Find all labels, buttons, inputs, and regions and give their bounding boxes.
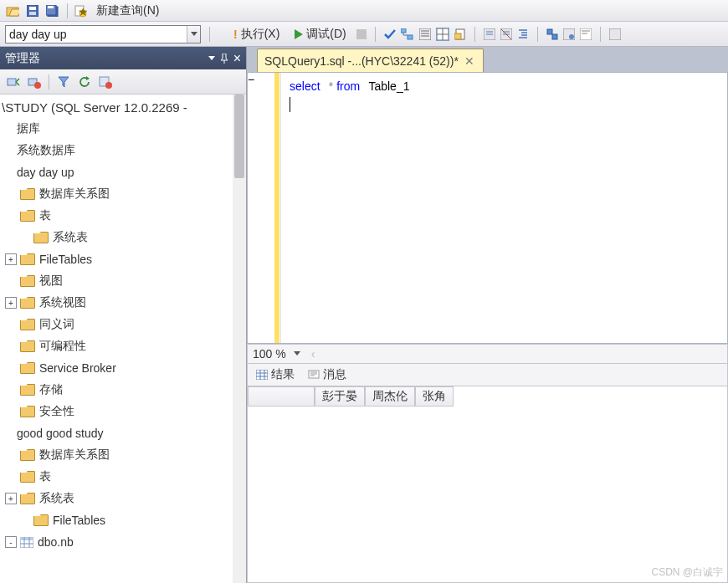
separator	[209, 27, 210, 42]
tree-item[interactable]: good good study	[0, 422, 246, 444]
tree-item[interactable]: FileTables	[0, 509, 246, 531]
expand-icon[interactable]: +	[5, 493, 17, 504]
expand-icon[interactable]: +	[5, 297, 17, 309]
stop-refresh-icon[interactable]	[95, 73, 115, 91]
execute-button[interactable]: ! 执行(X)	[228, 24, 285, 44]
tree-item[interactable]: 数据库关系图	[0, 444, 246, 466]
tree-item[interactable]: 数据库关系图	[0, 183, 246, 205]
save-all-icon[interactable]	[44, 3, 62, 19]
object-explorer: 管理器 × \STUDY (SQL Server 12.0.2269 - 据库系…	[0, 47, 247, 583]
uncomment-icon[interactable]	[500, 28, 512, 40]
intellisense-icon[interactable]	[546, 28, 558, 40]
new-query-icon[interactable]: ★	[71, 3, 90, 19]
tab-sqlquery1[interactable]: SQLQuery1.sql -...(HYC\32241 (52))* ✕	[257, 49, 484, 72]
tree-item-label: 系统视图	[39, 295, 86, 310]
folder-icon	[20, 493, 35, 504]
options-icon[interactable]	[563, 28, 575, 40]
connect-icon[interactable]	[3, 73, 23, 91]
tree-item-label: 系统表	[39, 491, 74, 506]
editor-pane: SQLQuery1.sql -...(HYC\32241 (52))* ✕ − …	[247, 47, 728, 583]
tree-item[interactable]: 表	[0, 205, 246, 227]
open-icon[interactable]	[3, 3, 22, 19]
svg-rect-32	[256, 370, 268, 380]
query-toolbar: day day up ! 执行(X) 调试(D)	[0, 22, 728, 47]
tree-item[interactable]: 据库	[0, 118, 246, 140]
indent-icon[interactable]	[517, 28, 529, 40]
tree-item[interactable]: +系统视图	[0, 292, 246, 314]
pin-icon[interactable]	[220, 54, 228, 64]
svg-rect-6	[48, 6, 54, 8]
code-editor[interactable]: − select * from Table_1	[247, 72, 728, 344]
scrollbar-thumb[interactable]	[234, 95, 244, 178]
tree-item[interactable]: 同义词	[0, 314, 246, 335]
main-toolbar: ★ 新建查询(N)	[0, 0, 728, 22]
close-icon[interactable]: ×	[233, 51, 241, 66]
svg-rect-11	[401, 28, 406, 33]
expand-icon[interactable]: +	[5, 253, 17, 265]
col-header-2[interactable]: 周杰伦	[365, 386, 415, 407]
tree-item[interactable]: 可编程性	[0, 335, 246, 357]
tree-scrollbar[interactable]	[233, 95, 246, 583]
folder-icon	[20, 340, 35, 352]
svg-point-22	[569, 34, 574, 39]
separator	[49, 74, 49, 89]
schema-icon[interactable]	[401, 28, 414, 40]
save-icon[interactable]	[23, 3, 42, 19]
col-header-3[interactable]: 张角	[415, 386, 454, 407]
chevron-down-icon[interactable]	[187, 26, 200, 43]
stop-icon[interactable]	[356, 29, 367, 39]
tree-item[interactable]: 视图	[0, 270, 246, 292]
zoom-value[interactable]: 100 %	[253, 347, 286, 361]
code-body[interactable]: select * from Table_1	[281, 73, 418, 343]
results-to-text-icon[interactable]	[419, 28, 431, 40]
nav-left-icon[interactable]: ‹	[311, 347, 315, 361]
tab-close-icon[interactable]: ✕	[464, 54, 476, 67]
separator	[375, 27, 376, 42]
tree-item[interactable]: -dbo.nb	[0, 531, 246, 553]
object-tree[interactable]: \STUDY (SQL Server 12.0.2269 - 据库系统数据库da…	[0, 95, 246, 583]
table-icon	[20, 537, 33, 548]
snippet-icon[interactable]	[580, 28, 592, 40]
zoom-dropdown-icon[interactable]	[291, 348, 303, 360]
comment-icon[interactable]	[484, 28, 495, 40]
object-explorer-title: 管理器 ×	[0, 47, 246, 69]
tree-item[interactable]: 系统表	[0, 227, 246, 248]
tree-root[interactable]: \STUDY (SQL Server 12.0.2269 -	[0, 96, 246, 118]
tree-item-label: FileTables	[53, 514, 105, 527]
dropdown-icon[interactable]	[208, 56, 215, 61]
results-to-grid-icon[interactable]	[436, 28, 449, 41]
expand-icon[interactable]: -	[5, 536, 17, 548]
debug-label: 调试(D)	[306, 27, 346, 42]
tree-item[interactable]: 存储	[0, 379, 246, 401]
tree-item[interactable]: day day up	[0, 161, 246, 183]
fold-icon[interactable]: −	[248, 73, 254, 86]
col-header-1[interactable]: 彭于晏	[315, 386, 365, 407]
tab-results[interactable]: 结果	[251, 366, 300, 384]
new-query-button[interactable]: 新建查询(N)	[91, 1, 164, 21]
op-star: *	[329, 79, 336, 93]
database-combo[interactable]: day day up	[5, 25, 201, 43]
tree-item[interactable]: 系统数据库	[0, 140, 246, 161]
help-icon[interactable]	[609, 28, 621, 40]
tree-item-label: Service Broker	[39, 361, 116, 375]
tree-item[interactable]: Service Broker	[0, 357, 246, 379]
refresh-icon[interactable]	[74, 73, 95, 91]
separator	[537, 27, 538, 42]
gutter: −	[248, 73, 281, 343]
disconnect-icon[interactable]	[24, 73, 44, 91]
filter-icon[interactable]	[54, 73, 74, 91]
tree-item[interactable]: +系统表	[0, 488, 246, 509]
check-icon[interactable]	[384, 29, 396, 39]
grid-icon	[256, 370, 268, 380]
text-caret	[290, 97, 290, 112]
tree-root-label: \STUDY (SQL Server 12.0.2269 -	[2, 100, 187, 115]
results-grid[interactable]: 彭于晏 周杰伦 张角	[247, 386, 728, 583]
tree-item[interactable]: 表	[0, 466, 246, 488]
tree-item[interactable]: +FileTables	[0, 248, 246, 270]
results-to-file-icon[interactable]	[454, 28, 466, 40]
debug-button[interactable]: 调试(D)	[290, 24, 351, 44]
tree-item-label: 表	[39, 208, 51, 223]
tab-messages[interactable]: 消息	[303, 366, 351, 384]
row-header-corner[interactable]	[248, 386, 315, 407]
tree-item[interactable]: 安全性	[0, 401, 246, 422]
